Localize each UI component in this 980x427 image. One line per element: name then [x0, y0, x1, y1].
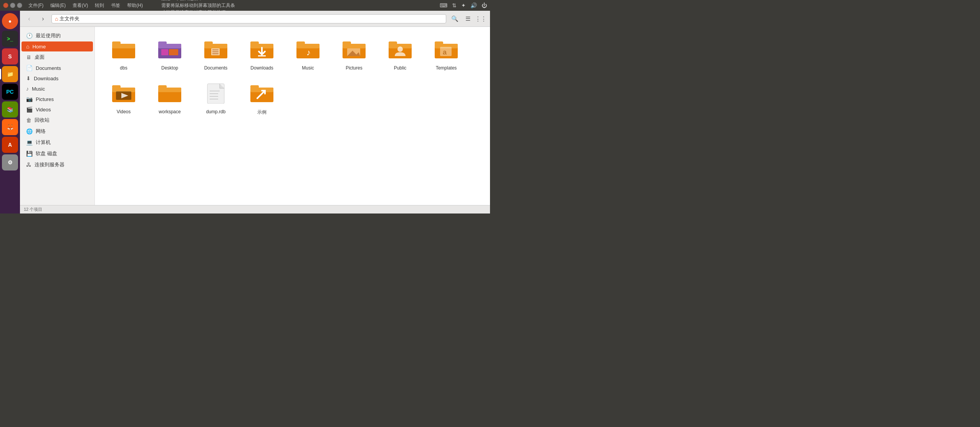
- list-view-button[interactable]: ☰: [462, 13, 473, 24]
- svg-rect-25: [343, 44, 366, 48]
- status-bar: 12 个项目: [20, 205, 490, 214]
- file-icon-dbs: [111, 38, 136, 63]
- svg-rect-49: [210, 99, 218, 99]
- menu-item-[interactable]: 书签: [108, 2, 123, 10]
- dock-icon-jetbrains[interactable]: PC: [2, 84, 18, 100]
- file-item-documents[interactable]: Documents: [195, 35, 237, 74]
- menu-item-H[interactable]: 帮助(H): [124, 2, 146, 10]
- dock-icon-ubuntu[interactable]: ●: [2, 13, 18, 29]
- sidebar-item-trash[interactable]: 🗑回收站: [22, 115, 93, 126]
- dock-icon-editor[interactable]: S: [2, 48, 18, 65]
- search-button[interactable]: 🔍: [449, 13, 460, 24]
- dock-icon-software[interactable]: A: [2, 137, 18, 153]
- desktop-icon: 🖥: [26, 54, 31, 60]
- sidebar-item-computer[interactable]: 💻计算机: [22, 137, 93, 148]
- dock-icon-terminal[interactable]: >_: [2, 31, 18, 47]
- file-label-documents: Documents: [204, 65, 228, 71]
- sidebar: 🕐最近使用的⌂Home🖥桌面📄Documents⬇Downloads♪Music…: [20, 27, 95, 205]
- file-label-videos: Videos: [117, 109, 131, 114]
- file-grid: dbsDesktopDocumentsDownloads♪MusicPictur…: [95, 27, 490, 205]
- home-icon: ⌂: [26, 43, 29, 50]
- file-item-public[interactable]: Public: [379, 35, 421, 74]
- bluetooth-icon[interactable]: ✦: [461, 2, 466, 8]
- svg-rect-48: [210, 96, 218, 97]
- menu-item-V[interactable]: 查看(V): [70, 2, 91, 10]
- file-item-music[interactable]: ♪Music: [287, 35, 329, 74]
- file-item-downloads[interactable]: Downloads: [241, 35, 283, 74]
- location-bar: ⌂ 主文件夹: [51, 14, 446, 23]
- svg-text:a: a: [443, 48, 447, 56]
- trash-icon: 🗑: [26, 117, 31, 123]
- sidebar-item-videos[interactable]: 🎬Videos: [22, 104, 93, 114]
- file-item-dbs[interactable]: dbs: [103, 35, 145, 74]
- file-label-public: Public: [394, 65, 407, 71]
- sidebar-item-music[interactable]: ♪Music: [22, 84, 93, 94]
- sidebar-item-documents[interactable]: 📄Documents: [22, 63, 93, 73]
- sidebar-label-computer: 计算机: [36, 139, 51, 146]
- file-icon-music: ♪: [296, 38, 320, 63]
- grid-view-button[interactable]: ⋮⋮: [475, 13, 486, 24]
- sidebar-item-downloads[interactable]: ⬇Downloads: [22, 73, 93, 83]
- pictures-icon: 📷: [26, 96, 33, 102]
- keyboard-icon[interactable]: ⌨: [440, 2, 447, 8]
- power-icon[interactable]: ⏻: [482, 2, 487, 8]
- svg-rect-5: [158, 44, 181, 48]
- sidebar-label-home: Home: [32, 44, 46, 50]
- file-item-videos[interactable]: Videos: [103, 78, 145, 119]
- floppy-icon: 💾: [26, 151, 33, 157]
- sidebar-label-music: Music: [32, 86, 45, 92]
- close-button[interactable]: [3, 3, 8, 8]
- svg-rect-46: [210, 91, 220, 91]
- file-label-dump_rdb: dump.rdb: [206, 109, 226, 114]
- file-item-desktop[interactable]: Desktop: [149, 35, 191, 74]
- volume-icon[interactable]: 🔊: [470, 2, 477, 8]
- file-icon-public: [388, 38, 412, 63]
- file-item-dump_rdb[interactable]: dump.rdb: [195, 78, 237, 119]
- dock-icon-books[interactable]: 📚: [2, 101, 18, 118]
- sidebar-item-pictures[interactable]: 📷Pictures: [22, 94, 93, 104]
- dock-icon-settings[interactable]: ⚙: [2, 154, 18, 170]
- location-text: 主文件夹: [60, 15, 79, 22]
- sidebar-label-recent: 最近使用的: [36, 32, 61, 39]
- minimize-button[interactable]: [10, 3, 15, 8]
- menu-item-F[interactable]: 文件(F): [25, 2, 46, 10]
- videos-icon: 🎬: [26, 106, 33, 113]
- svg-rect-18: [258, 55, 266, 56]
- downloads-icon: ⬇: [26, 75, 31, 81]
- main-area: ●>_S📁PC📚🦊A⚙ ‹ › ⌂ 主文件夹 🔍 ☰ ⋮⋮ 🕐最近使用的⌂Hom…: [0, 11, 490, 214]
- svg-rect-10: [204, 44, 227, 48]
- sidebar-item-recent[interactable]: 🕐最近使用的: [22, 30, 93, 41]
- home-location-icon: ⌂: [55, 16, 58, 22]
- documents-icon: 📄: [26, 65, 33, 71]
- file-item-workspace[interactable]: workspace: [149, 78, 191, 119]
- svg-text:♪: ♪: [306, 48, 311, 57]
- toolbar-right: 🔍 ☰ ⋮⋮: [449, 13, 486, 24]
- sidebar-item-floppy[interactable]: 💾软盘 磁盘: [22, 148, 93, 159]
- file-item-example[interactable]: 示例: [241, 78, 283, 119]
- file-label-pictures: Pictures: [346, 65, 362, 71]
- file-item-templates[interactable]: aTemplates: [425, 35, 467, 74]
- maximize-button[interactable]: [17, 3, 22, 8]
- svg-rect-47: [210, 93, 218, 94]
- sidebar-label-downloads: Downloads: [34, 76, 58, 81]
- svg-rect-7: [169, 49, 178, 55]
- sidebar-label-trash: 回收站: [35, 117, 50, 124]
- file-label-workspace: workspace: [159, 109, 180, 114]
- sidebar-item-connect[interactable]: 🖧连接到服务器: [22, 159, 93, 170]
- dock-icon-files[interactable]: 📁: [2, 66, 18, 82]
- sidebar-item-network[interactable]: 🌐网络: [22, 126, 93, 137]
- dock-icon-firefox[interactable]: 🦊: [2, 119, 18, 135]
- sidebar-item-home[interactable]: ⌂Home: [22, 41, 93, 51]
- sidebar-label-network: 网络: [36, 128, 46, 135]
- back-button[interactable]: ‹: [24, 13, 35, 24]
- file-icon-pictures: [342, 38, 366, 63]
- top-menubar: 文件(F)编辑(E)查看(V)转到书签帮助(H) 激活一个窗口之后， 需要将鼠标…: [0, 0, 490, 11]
- transfer-icon[interactable]: ⇅: [452, 2, 457, 8]
- svg-rect-12: [212, 50, 219, 50]
- file-item-pictures[interactable]: Pictures: [333, 35, 375, 74]
- svg-rect-6: [161, 49, 168, 55]
- menu-item-E[interactable]: 编辑(E): [47, 2, 69, 10]
- sidebar-item-desktop[interactable]: 🖥桌面: [22, 52, 93, 63]
- menu-item-[interactable]: 转到: [92, 2, 107, 10]
- forward-button[interactable]: ›: [38, 13, 48, 24]
